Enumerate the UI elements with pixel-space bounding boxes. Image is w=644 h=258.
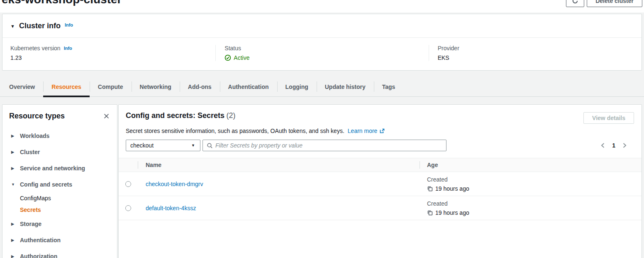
kubernetes-version-info-link[interactable]: Info [64,46,72,51]
table-row: default-token-4kssz Created 19 hours [119,196,642,220]
column-header-age[interactable]: Age [420,158,642,172]
chevron-right-icon: ▶ [11,222,15,226]
tab-add-ons[interactable]: Add-ons [180,79,220,96]
resource-types-title: Resource types [9,112,65,120]
delete-cluster-button[interactable]: Delete cluster [587,0,642,7]
field-status: Status Active [215,45,428,61]
secret-name-link[interactable]: default-token-4kssz [146,205,196,211]
sidebar-item-workloads[interactable]: ▶ Workloads [2,128,117,144]
secrets-description: Secret stores sensitive information, suc… [126,128,344,134]
sidebar-item-storage[interactable]: ▶ Storage [2,216,117,232]
sidebar-item-secrets[interactable]: Secrets [2,204,117,216]
tab-compute[interactable]: Compute [90,79,132,96]
chevron-right-icon: ▶ [11,134,15,138]
column-header-name[interactable]: Name [138,158,420,172]
select-all-column-header [119,158,138,172]
status-label: Status [224,45,241,52]
age-created-label: Created [427,176,642,183]
tab-tags[interactable]: Tags [374,79,404,96]
close-icon [103,113,110,119]
kubernetes-version-value: 1.23 [10,54,207,61]
dropdown-selected-value: checkout [130,142,154,149]
sidebar-item-label: Authorization [20,253,57,258]
chevron-left-icon [600,143,605,148]
resource-types-sidebar: Resource types ▶ Workloads ▶ Cluster [2,104,117,258]
provider-label: Provider [438,45,459,52]
cluster-info-title: Cluster info [19,22,61,30]
table-header-row: Name Age [119,158,642,172]
secrets-count: (2) [227,111,236,120]
secrets-panel-title: Config and secrets: Secrets [126,111,224,120]
copy-icon[interactable] [427,210,433,216]
age-value-text: 19 hours ago [435,185,469,192]
sidebar-item-config-and-secrets[interactable]: ▼ Config and secrets [2,176,117,192]
row-radio-button[interactable] [125,205,131,211]
cluster-info-info-link[interactable]: Info [65,22,73,27]
chevron-right-icon: ▶ [11,238,15,242]
page-title: eks-workshop-cluster [2,0,122,6]
next-page-button[interactable] [622,142,628,149]
sidebar-item-service-and-networking[interactable]: ▶ Service and networking [2,160,117,176]
chevron-down-icon: ▼ [191,143,195,147]
learn-more-link[interactable]: Learn more [348,128,385,134]
sidebar-item-label: Cluster [20,149,40,155]
age-created-label: Created [427,200,642,207]
provider-value: EKS [438,54,633,61]
tab-logging[interactable]: Logging [277,79,317,96]
learn-more-label: Learn more [348,128,378,134]
sidebar-item-label: Workloads [20,133,49,139]
close-sidebar-button[interactable] [102,112,110,120]
sidebar-item-configmaps[interactable]: ConfigMaps [2,192,117,204]
sidebar-item-label: Authentication [20,237,61,243]
pagination: 1 [600,142,634,149]
eks-console-screen: eks-workshop-cluster Delete cluster ▼ Cl… [0,0,644,258]
page-actions: Delete cluster [566,0,642,7]
tab-overview[interactable]: Overview [1,79,43,96]
secret-name-link[interactable]: checkout-token-dmgrv [146,181,203,187]
status-badge: Active [224,54,420,61]
filter-property-dropdown[interactable]: checkout ▼ [126,140,200,151]
tab-update-history[interactable]: Update history [317,79,374,96]
chevron-right-icon: ▶ [11,150,15,154]
resources-panels: Resource types ▶ Workloads ▶ Cluster [2,104,642,258]
sidebar-item-label: Storage [20,221,41,227]
sidebar-item-label: Service and networking [20,165,85,172]
field-kubernetes-version: Kubernetes version Info 1.23 [2,45,215,61]
table-row: checkout-token-dmgrv Created 19 hours [119,172,642,196]
expander-caret-icon: ▼ [10,24,15,29]
check-circle-icon [224,54,231,61]
cluster-info-body: Kubernetes version Info 1.23 Status [2,38,642,70]
search-icon [207,143,213,149]
cluster-info-header[interactable]: ▼ Cluster info Info [2,14,642,38]
kubernetes-version-label: Kubernetes version [10,45,61,52]
cluster-tabs: Overview Resources Compute Networking Ad… [0,79,644,97]
view-details-button[interactable]: View details [583,112,634,124]
sidebar-item-cluster[interactable]: ▶ Cluster [2,144,117,160]
sidebar-item-authorization[interactable]: ▶ Authorization [2,248,117,258]
chevron-down-icon: ▼ [11,182,15,187]
age-value-text: 19 hours ago [435,209,469,216]
refresh-icon [572,0,578,4]
search-input[interactable] [215,142,443,149]
cluster-info-card: ▼ Cluster info Info Kubernetes version I… [2,14,642,71]
page-header: eks-workshop-cluster Delete cluster [0,0,644,12]
previous-page-button[interactable] [600,142,606,149]
sidebar-item-authentication[interactable]: ▶ Authentication [2,232,117,248]
status-value: Active [234,54,249,61]
sidebar-item-label: Config and secrets [20,181,72,188]
tab-authentication[interactable]: Authentication [220,79,277,96]
current-page-number[interactable]: 1 [612,142,615,149]
tab-resources[interactable]: Resources [43,79,90,96]
external-link-icon [379,128,385,134]
tab-networking[interactable]: Networking [132,79,180,96]
field-provider: Provider EKS [429,45,642,61]
resource-types-list: ▶ Workloads ▶ Cluster ▶ Service and netw… [2,128,117,258]
chevron-right-icon [622,143,627,148]
refresh-button[interactable] [566,0,584,7]
row-radio-button[interactable] [125,181,131,187]
chevron-right-icon: ▶ [11,254,15,258]
secrets-search-box [202,140,446,151]
copy-icon[interactable] [427,186,433,192]
secrets-table: Name Age checkout-token-dmgrv Created [119,158,642,220]
secrets-panel: Config and secrets: Secrets (2) View det… [118,104,642,258]
